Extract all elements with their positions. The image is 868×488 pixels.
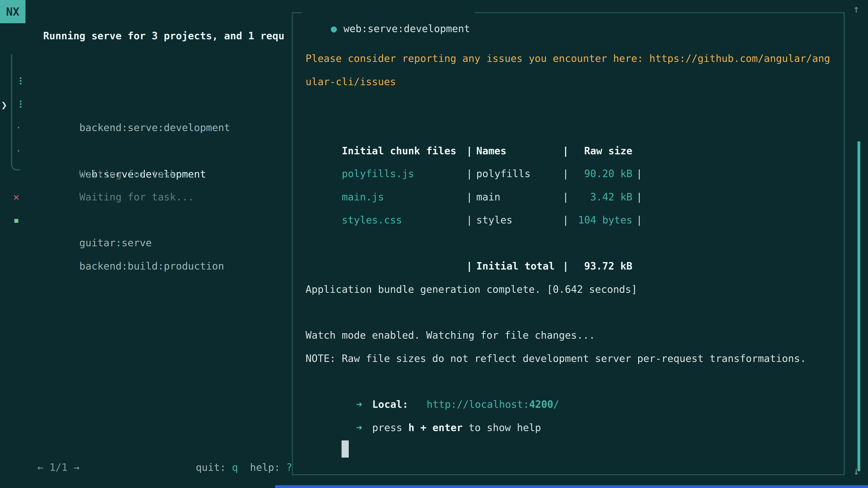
next-page-arrow-icon[interactable]: →: [74, 461, 80, 473]
pipe-separator: |: [563, 255, 569, 278]
chunk-size: 90.20 kB: [572, 162, 632, 186]
pipe-separator: |: [466, 208, 472, 232]
success-square-icon: ▪: [13, 208, 20, 232]
task-output-log: Please consider reporting any issues you…: [306, 47, 840, 439]
pipe-separator: |: [636, 208, 643, 232]
chunk-name: main: [476, 186, 563, 208]
help-pre-text: press: [372, 422, 408, 433]
task-label: guitar:serve: [79, 237, 152, 249]
error-cross-icon: ✕: [13, 185, 20, 208]
col-header-names: Names: [476, 139, 563, 162]
help-post-text: to show help: [463, 422, 541, 433]
pipe-separator: |: [563, 162, 569, 186]
chunk-file-name: styles.css: [342, 208, 466, 232]
task-label: backend:build:production: [79, 260, 224, 271]
local-label: Local:: [372, 398, 408, 410]
hotkey-hints: quit: q help: ?: [172, 443, 292, 459]
local-url[interactable]: http://localhost:4200/: [427, 398, 559, 410]
scroll-up-arrow-icon[interactable]: ↑: [853, 3, 860, 15]
pipe-separator: |: [466, 255, 472, 278]
bundle-complete-line: Application bundle generation complete. …: [306, 278, 840, 301]
running-bullet-icon: ●: [331, 23, 337, 34]
chunk-size: 3.42 kB: [572, 186, 632, 208]
col-header-size: Raw size: [572, 139, 632, 162]
selection-caret-icon: ❯: [1, 93, 7, 116]
bottom-accent-bar: [275, 485, 868, 488]
finished-task-list: ✕ guitar:serve ▪ backend:build:productio…: [0, 185, 288, 231]
scroll-down-arrow-icon[interactable]: ↓: [853, 465, 860, 477]
table-header-row: Initial chunk files|Names|Raw size: [306, 116, 840, 139]
nx-logo-text: NX: [6, 5, 20, 18]
pipe-separator: |: [563, 186, 569, 208]
help-key: ?: [286, 461, 292, 473]
spinner-icon: ⠸: [16, 93, 23, 116]
chunk-name: polyfills: [476, 162, 563, 186]
blank-line: [306, 301, 840, 324]
panel-title-text: web:serve:development: [344, 23, 470, 34]
pagination: ← 1/1 →: [13, 443, 80, 459]
page-indicator: 1/1: [43, 461, 73, 473]
task-row-failed[interactable]: ✕ guitar:serve: [0, 185, 288, 208]
task-row-selected[interactable]: ❯ ⠸ web:serve:development: [0, 93, 288, 116]
local-url-line: ➜Local:http://localhost:4200/: [306, 370, 840, 393]
col-header-files: Initial chunk files: [342, 139, 466, 162]
pipe-separator: |: [636, 162, 643, 186]
chunk-file-name: main.js: [342, 186, 466, 208]
quit-key: q: [232, 461, 238, 473]
terminal-screen: NX Running serve for 3 projects, and 1 r…: [0, 0, 868, 488]
help-key-combo: h + enter: [408, 422, 463, 433]
pipe-separator: |: [563, 208, 569, 232]
help-hint-label: help:: [238, 461, 286, 473]
total-size: 93.72 kB: [572, 255, 632, 278]
running-task-list: ⠸ backend:serve:development ❯ ⠸ web:serv…: [0, 70, 288, 162]
arrow-icon: ➜: [356, 422, 362, 433]
spinner-icon: ⠸: [16, 70, 23, 93]
quit-hint-label: quit:: [196, 461, 232, 473]
warning-line-1: Please consider reporting any issues you…: [306, 47, 840, 70]
total-label: Initial total: [476, 255, 563, 278]
nx-logo-badge: NX: [0, 0, 26, 23]
note-line: NOTE: Raw file sizes do not reflect deve…: [306, 347, 840, 370]
pipe-separator: |: [466, 186, 472, 208]
page-title: Running serve for 3 projects, and 1 requ: [43, 28, 290, 44]
task-row-success[interactable]: ▪ backend:build:production: [0, 208, 288, 232]
pipe-separator: |: [466, 139, 472, 162]
port-number: 4200: [529, 398, 553, 410]
prev-page-arrow-icon[interactable]: ←: [37, 461, 43, 473]
warning-line-2: ular-cli/issues: [306, 70, 840, 93]
blank-line: [306, 93, 840, 116]
task-label: Waiting for task...: [79, 168, 194, 180]
chunk-name: styles: [476, 208, 563, 232]
task-row[interactable]: · Waiting for task...: [0, 139, 288, 162]
chunk-file-name: polyfills.js: [342, 162, 466, 186]
table-total-row: |Initial total|93.72 kB: [306, 232, 840, 255]
pipe-separator: |: [466, 162, 472, 186]
pending-dot-icon: ·: [16, 139, 22, 162]
pipe-separator: |: [563, 139, 569, 162]
arrow-icon: ➜: [356, 398, 362, 410]
chunk-size: 104 bytes: [572, 208, 632, 232]
task-row[interactable]: ⠸ backend:serve:development: [0, 70, 288, 93]
pipe-separator: |: [636, 186, 643, 208]
task-row[interactable]: · Waiting for task...: [0, 116, 288, 139]
panel-title: ●web:serve:development: [302, 4, 475, 20]
terminal-cursor: [342, 440, 349, 457]
scrollbar-thumb[interactable]: [857, 141, 860, 471]
watch-mode-line: Watch mode enabled. Watching for file ch…: [306, 324, 840, 347]
pending-dot-icon: ·: [16, 116, 22, 139]
